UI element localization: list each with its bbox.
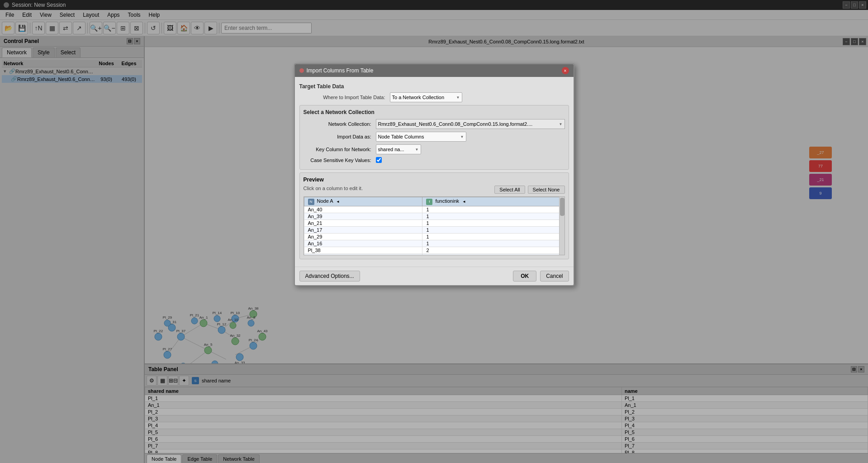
- network-collection-subsection: Select a Network Collection Network Coll…: [299, 105, 569, 170]
- preview-scrollbar-thumb: [560, 198, 564, 216]
- preview-table: N Node A ◄ f functionink ◄: [304, 197, 564, 255]
- preview-table-row[interactable]: An_203: [304, 254, 564, 256]
- network-collection-arrow: ▼: [559, 122, 563, 126]
- dialog-icon: [299, 68, 304, 73]
- where-dropdown-arrow: ▼: [456, 95, 460, 100]
- preview-scrollbar[interactable]: [559, 197, 564, 255]
- network-collection-label: Network Collection:: [304, 121, 371, 127]
- where-label: Where to Import Table Data:: [304, 95, 385, 100]
- where-value: To a Network Collection: [392, 95, 445, 100]
- dialog-close-button[interactable]: ×: [562, 67, 569, 74]
- preview-table-row[interactable]: An_391: [304, 213, 564, 220]
- dialog-title-bar: Import Columns From Table ×: [295, 64, 574, 77]
- preview-table-container: N Node A ◄ f functionink ◄: [304, 196, 565, 255]
- functionink-col-icon: f: [426, 199, 432, 205]
- select-network-title: Select a Network Collection: [304, 109, 565, 115]
- preview-title: Preview: [304, 177, 565, 183]
- import-columns-dialog: Import Columns From Table × Target Table…: [294, 63, 574, 286]
- case-sensitive-label: Case Sensitive Key Values:: [304, 158, 371, 163]
- preview-table-row[interactable]: Pl_382: [304, 247, 564, 254]
- node-a-col-arrow: ◄: [336, 200, 340, 204]
- select-all-button[interactable]: Select All: [494, 186, 525, 194]
- network-collection-value: Rmrz89_Exhaust_Nest0.6_Conn0.08_CompConn…: [378, 121, 557, 127]
- modal-overlay: Import Columns From Table × Target Table…: [0, 0, 868, 463]
- where-to-import-row: Where to Import Table Data: To a Network…: [299, 92, 569, 102]
- preview-actions: Select All Select None: [494, 186, 564, 194]
- where-select[interactable]: To a Network Collection ▼: [390, 92, 462, 102]
- advanced-options-button[interactable]: Advanced Options...: [299, 271, 360, 282]
- select-none-button[interactable]: Select None: [528, 186, 565, 194]
- cancel-button[interactable]: Cancel: [540, 271, 569, 282]
- target-section-title: Target Table Data: [299, 81, 569, 92]
- network-collection-row: Network Collection: Rmrz89_Exhaust_Nest0…: [304, 119, 565, 129]
- preview-table-row[interactable]: An_291: [304, 234, 564, 240]
- preview-table-row[interactable]: An_211: [304, 220, 564, 227]
- dialog-title: Import Columns From Table: [307, 67, 374, 74]
- preview-table-row[interactable]: An_161: [304, 240, 564, 247]
- key-column-value: shared na...: [378, 147, 404, 152]
- functionink-col-arrow: ◄: [462, 200, 466, 204]
- case-sensitive-checkbox[interactable]: [376, 157, 382, 163]
- case-sensitive-row: Case Sensitive Key Values:: [304, 157, 565, 163]
- import-data-arrow: ▼: [460, 135, 464, 139]
- preview-col-functionink[interactable]: f functionink ◄: [422, 197, 564, 206]
- import-data-value: Node Table Columns: [378, 134, 424, 139]
- dialog-body: Target Table Data Where to Import Table …: [295, 77, 574, 267]
- key-column-label: Key Column for Network:: [304, 147, 371, 152]
- key-column-row: Key Column for Network: shared na... ▼: [304, 144, 565, 154]
- ok-button[interactable]: OK: [513, 271, 536, 282]
- node-a-col-icon: N: [308, 199, 314, 205]
- import-data-row: Import Data as: Node Table Columns ▼: [304, 132, 565, 142]
- preview-table-row[interactable]: An_171: [304, 227, 564, 234]
- preview-col-node-a[interactable]: N Node A ◄: [304, 197, 422, 206]
- key-column-select[interactable]: shared na... ▼: [376, 144, 421, 154]
- click-hint: Click on a column to edit it.: [304, 186, 363, 191]
- key-column-arrow: ▼: [415, 148, 419, 152]
- preview-table-row[interactable]: An_401: [304, 206, 564, 213]
- import-data-label: Import Data as:: [304, 134, 371, 139]
- import-data-select[interactable]: Node Table Columns ▼: [376, 132, 466, 142]
- network-collection-select[interactable]: Rmrz89_Exhaust_Nest0.6_Conn0.08_CompConn…: [376, 119, 565, 129]
- preview-section: Preview Click on a column to edit it. Se…: [299, 172, 569, 259]
